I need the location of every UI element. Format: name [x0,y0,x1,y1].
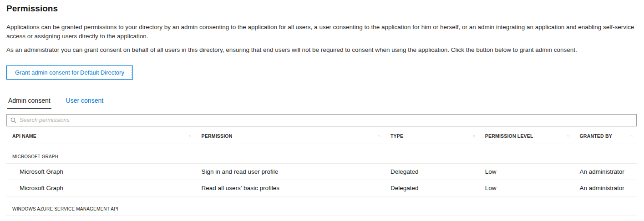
table-row[interactable]: Microsoft GraphSign in and read user pro… [6,164,637,180]
cell-permission-level: Low [479,185,574,191]
grant-admin-consent-button[interactable]: Grant admin consent for Default Director… [6,65,133,80]
search-box[interactable] [6,114,637,126]
cell-granted-by: An administrator [574,168,637,175]
column-header-type[interactable]: TYPE↑↓ [385,133,479,139]
column-header-label: GRANTED BY [580,133,612,139]
permissions-table: API NAME↑↓PERMISSION↑↓TYPE↑↓PERMISSION L… [6,126,637,221]
search-icon [10,117,16,123]
column-header-label: API NAME [12,133,36,139]
sort-icon: ↑↓ [374,134,380,138]
table-row[interactable]: Microsoft GraphRead all users' basic pro… [6,180,637,196]
column-header-label: PERMISSION [202,133,233,139]
column-header-granted-by[interactable]: GRANTED BY↑↓ [574,133,637,139]
sort-icon: ↑↓ [469,134,475,138]
tab-admin-consent[interactable]: Admin consent [7,95,51,109]
cell-permission: Read all users' basic profiles [196,185,385,191]
cell-api-name: Microsoft Graph [6,185,196,191]
cell-type: Delegated [385,185,479,191]
sort-icon: ↑↓ [563,134,569,138]
group-header-windows-azure-service-management-api: WINDOWS AZURE SERVICE MANAGEMENT API [6,196,637,216]
search-input[interactable] [20,117,633,123]
table-header-row: API NAME↑↓PERMISSION↑↓TYPE↑↓PERMISSION L… [6,126,637,144]
description-paragraph-2: As an administrator you can grant consen… [6,45,637,55]
page-title: Permissions [6,4,637,14]
column-header-permission-level[interactable]: PERMISSION LEVEL↑↓ [479,133,574,139]
column-header-permission[interactable]: PERMISSION↑↓ [196,133,385,139]
cell-type: Delegated [385,168,479,175]
cell-api-name: Microsoft Graph [6,168,196,175]
tab-user-consent[interactable]: User consent [65,95,104,109]
table-row[interactable]: Windows Azure Service Management APIAcce… [6,216,637,221]
column-header-api-name[interactable]: API NAME↑↓ [6,133,196,139]
permissions-page: Permissions Applications can be granted … [6,4,637,221]
cell-permission: Sign in and read user profile [196,168,385,175]
consent-tabs: Admin consent User consent [7,95,637,109]
column-header-label: PERMISSION LEVEL [485,133,533,139]
table-body: MICROSOFT GRAPHMicrosoft GraphSign in an… [6,144,637,221]
column-header-label: TYPE [390,133,403,139]
sort-icon: ↑↓ [185,134,191,138]
description-paragraph-1: Applications can be granted permissions … [6,23,637,40]
cell-permission-level: Low [479,168,574,175]
cell-granted-by: An administrator [574,185,637,191]
sort-icon: ↑↓ [626,134,632,138]
group-header-microsoft-graph: MICROSOFT GRAPH [6,144,637,164]
